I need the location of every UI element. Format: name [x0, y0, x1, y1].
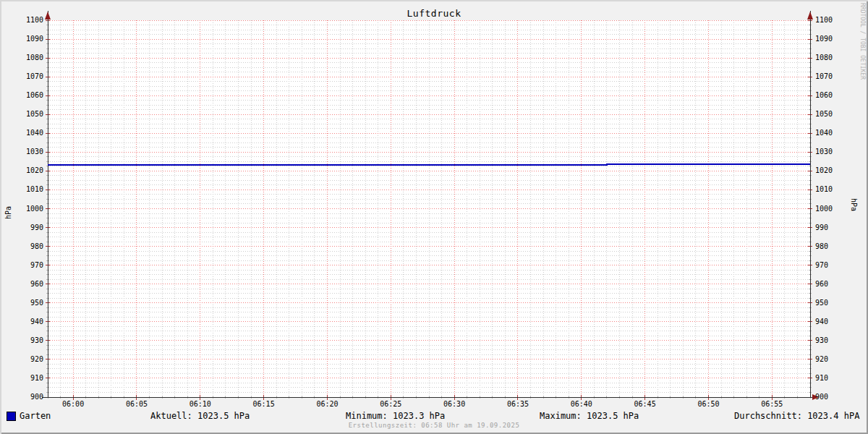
legend-swatch-garten [7, 412, 16, 421]
stat-maximum: Maximum: 1023.5 hPa [540, 411, 639, 421]
creation-time-note: Erstellungszeit: 06:58 Uhr am 19.09.2025 [0, 422, 868, 429]
stat-aktuell: Aktuell: 1023.5 hPa [150, 411, 250, 421]
plot-area [0, 0, 868, 434]
legend-label-garten: Garten [20, 411, 51, 421]
stat-minimum: Minimum: 1023.3 hPa [346, 411, 445, 421]
stat-durchschnitt: Durchschnitt: 1023.4 hPA [734, 411, 859, 421]
rrdtool-pressure-graph: Luftdruck RRDTOOL / TOBI OETIKER hPa hPa… [0, 0, 868, 434]
